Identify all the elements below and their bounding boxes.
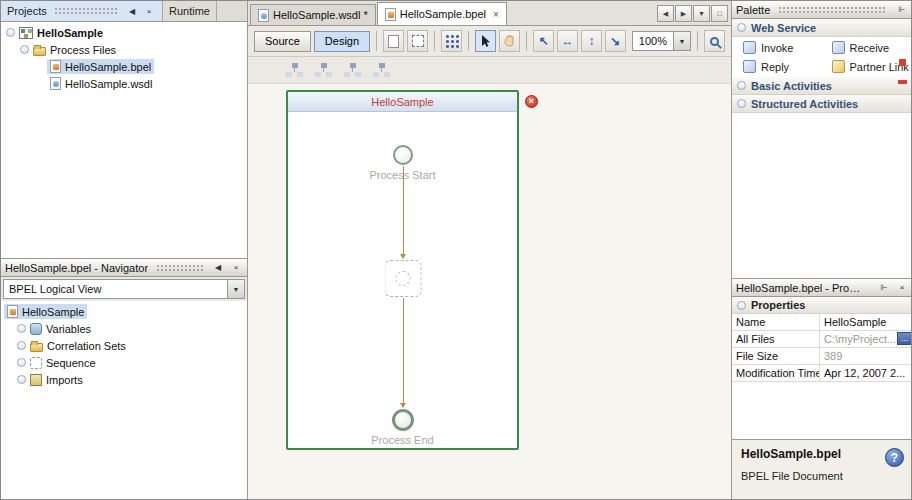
- chevron-down-icon[interactable]: ▼: [227, 280, 244, 298]
- palette-item-receive[interactable]: Receive: [823, 41, 912, 54]
- palette-item-reply[interactable]: Reply: [734, 60, 823, 73]
- expand-handle-icon[interactable]: [737, 99, 746, 108]
- drag-grip[interactable]: [778, 6, 887, 14]
- scroll-tabs-left-button[interactable]: ◀: [657, 5, 674, 22]
- drag-grip[interactable]: [156, 264, 203, 272]
- error-badge[interactable]: ×: [525, 95, 538, 108]
- expand-handle-icon[interactable]: [20, 45, 29, 54]
- expand-handle-icon[interactable]: [737, 81, 746, 90]
- dock-window-icon[interactable]: ⊩: [877, 281, 891, 294]
- design-canvas[interactable]: HelloSample Process Start Process End: [248, 84, 731, 500]
- maximize-editor-button[interactable]: □: [711, 5, 728, 22]
- editor-tab-wsdl[interactable]: HelloSample.wsdl *: [250, 4, 376, 25]
- toolbar-separator: [697, 31, 698, 51]
- projects-tab-bar: Projects ◀ × Runtime: [1, 1, 247, 22]
- tree-item-process-files[interactable]: Process Files: [1, 41, 247, 58]
- editor-tab-bpel[interactable]: HelloSample.bpel ×: [377, 2, 507, 25]
- expand-handle-icon[interactable]: [17, 341, 26, 350]
- tab-runtime[interactable]: Runtime: [163, 1, 217, 21]
- expand-handle-icon[interactable]: [737, 301, 746, 310]
- tree-item-wsdl-file[interactable]: HelloSample.wsdl: [1, 75, 247, 92]
- tab-projects[interactable]: Projects ◀ ×: [1, 1, 163, 21]
- error-stripe-mark[interactable]: [898, 80, 907, 84]
- properties-group-header[interactable]: Properties: [732, 297, 912, 314]
- tree-label: Imports: [46, 374, 83, 386]
- design-view-button[interactable]: Design: [314, 31, 370, 52]
- selected-tree-node[interactable]: HelloSample.bpel: [47, 59, 154, 74]
- pan-tool-button[interactable]: [499, 30, 520, 52]
- selection-rect-icon: [412, 35, 424, 47]
- tree-item-process-root[interactable]: HelloSample: [1, 303, 247, 320]
- palette-items: Invoke Receive Reply Partner Link: [732, 37, 912, 77]
- palette-section-label: Web Service: [751, 22, 816, 34]
- projects-panel: Projects ◀ × Runtime HelloSample: [1, 1, 247, 258]
- palette-item-invoke[interactable]: Invoke: [734, 41, 823, 54]
- tree-label: HelloSample: [22, 306, 84, 318]
- process-box[interactable]: HelloSample Process Start Process End: [286, 90, 519, 450]
- minimize-window-icon[interactable]: ◀: [211, 261, 225, 274]
- minimize-window-icon[interactable]: ◀: [125, 5, 139, 18]
- zoom-level-select[interactable]: 100% ▼: [632, 31, 691, 51]
- source-view-button[interactable]: Source: [254, 31, 311, 52]
- property-value[interactable]: 389: [820, 348, 912, 364]
- property-value[interactable]: Apr 12, 2007 2...: [820, 365, 912, 381]
- pointer-tool-button[interactable]: [475, 30, 496, 52]
- process-title: HelloSample: [371, 96, 433, 108]
- fit-diagram-button[interactable]: ↖: [533, 30, 554, 52]
- scroll-tabs-right-button[interactable]: ▶: [675, 5, 692, 22]
- property-value[interactable]: HelloSample: [820, 314, 912, 330]
- tree-item-variables[interactable]: Variables: [1, 320, 247, 337]
- tree-item-correlation-sets[interactable]: Correlation Sets: [1, 337, 247, 354]
- expand-handle-icon[interactable]: [17, 358, 26, 367]
- tree-item-project-root[interactable]: HelloSample: [1, 24, 247, 41]
- expand-nodes-button[interactable]: [282, 59, 307, 81]
- selected-tree-node[interactable]: HelloSample: [4, 304, 87, 319]
- process-start-node[interactable]: [393, 145, 413, 165]
- show-partner-links-button[interactable]: [340, 59, 365, 81]
- tree-item-imports[interactable]: Imports: [1, 371, 247, 388]
- activity-drop-target[interactable]: [384, 260, 421, 297]
- expand-handle-icon[interactable]: [6, 28, 15, 37]
- show-grid-button[interactable]: [441, 30, 462, 52]
- invoke-icon: [743, 41, 756, 54]
- expand-handle-icon[interactable]: [17, 375, 26, 384]
- auto-layout-button[interactable]: [369, 59, 394, 81]
- property-key: Name: [732, 314, 820, 330]
- expand-handle-icon[interactable]: [17, 324, 26, 333]
- palette-section-web-service[interactable]: Web Service: [732, 19, 912, 37]
- property-value[interactable]: C:\myProject... ...: [820, 331, 912, 347]
- validate-file-button[interactable]: [383, 30, 404, 52]
- zoom-area-button[interactable]: ↘: [605, 30, 626, 52]
- close-window-icon[interactable]: ×: [895, 281, 909, 294]
- palette-item-partner-link[interactable]: Partner Link: [823, 60, 912, 73]
- close-window-icon[interactable]: ×: [142, 5, 156, 18]
- zoom-tool-button[interactable]: [704, 30, 725, 52]
- collapse-nodes-icon: [315, 63, 332, 78]
- close-window-icon[interactable]: ×: [229, 261, 243, 274]
- error-stripe-mark[interactable]: [899, 59, 906, 66]
- browse-files-button[interactable]: ...: [897, 332, 912, 345]
- close-tab-icon[interactable]: ×: [493, 9, 499, 20]
- chevron-down-icon[interactable]: ▼: [673, 32, 690, 50]
- palette-section-structured-activities[interactable]: Structured Activities: [732, 95, 912, 113]
- fit-width-button[interactable]: ↔: [557, 30, 578, 52]
- process-header[interactable]: HelloSample: [288, 92, 517, 112]
- toolbar-separator: [468, 31, 469, 51]
- fit-height-button[interactable]: ↕: [581, 30, 602, 52]
- tree-item-sequence[interactable]: Sequence: [1, 354, 247, 371]
- palette-title: Palette: [736, 4, 770, 16]
- palette-section-basic-activities[interactable]: Basic Activities: [732, 77, 912, 95]
- navigator-view-select[interactable]: BPEL Logical View ▼: [3, 279, 245, 299]
- help-button[interactable]: ?: [885, 448, 904, 467]
- dock-window-icon[interactable]: ⊩: [895, 3, 909, 16]
- process-element[interactable]: HelloSample Process Start Process End: [286, 90, 519, 450]
- process-end-node[interactable]: [392, 409, 414, 431]
- selection-mode-button[interactable]: [407, 30, 428, 52]
- collapse-nodes-button[interactable]: [311, 59, 336, 81]
- tree-label: Correlation Sets: [47, 340, 126, 352]
- drag-grip[interactable]: [54, 7, 118, 15]
- process-body: Process Start Process End: [288, 112, 517, 448]
- tree-item-bpel-file[interactable]: HelloSample.bpel: [1, 58, 247, 75]
- tab-list-button[interactable]: ▼: [693, 5, 710, 22]
- expand-handle-icon[interactable]: [737, 23, 746, 32]
